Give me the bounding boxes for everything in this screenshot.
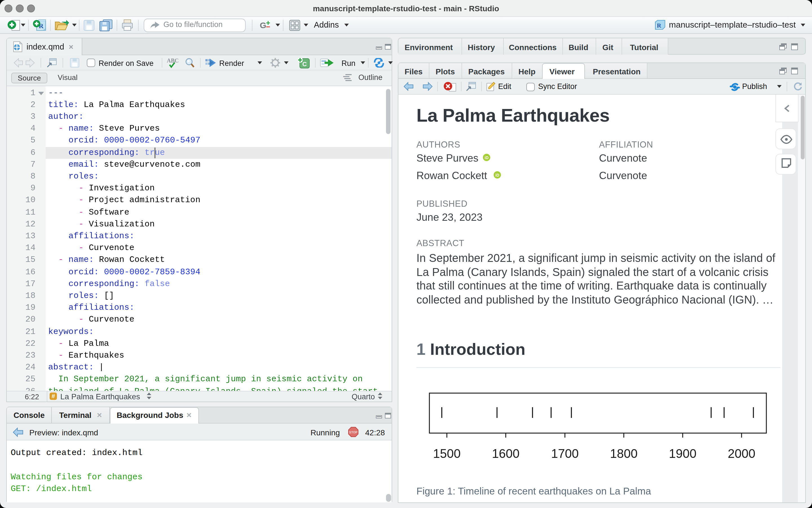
svg-text:1600: 1600 [492, 447, 520, 460]
svg-text:ABC: ABC [167, 57, 178, 64]
svg-text:STOP: STOP [349, 430, 358, 434]
svg-text:2000: 2000 [728, 447, 756, 460]
svg-text:C: C [302, 60, 307, 68]
svg-text:iD: iD [495, 173, 499, 177]
svg-text:iD: iD [485, 156, 489, 160]
svg-text:1700: 1700 [551, 447, 579, 460]
svg-text:1800: 1800 [610, 447, 638, 460]
svg-text:1500: 1500 [433, 447, 461, 460]
svg-text:R: R [657, 22, 661, 29]
svg-text:1900: 1900 [669, 447, 696, 460]
